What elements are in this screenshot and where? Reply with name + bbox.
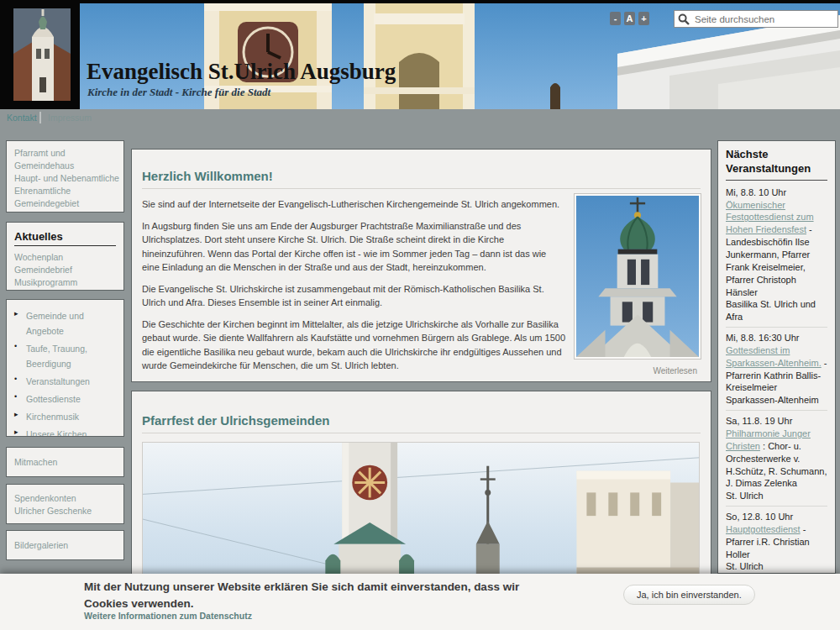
article-body: Sie sind auf der Internetseite der Evang… — [142, 197, 566, 373]
font-smaller-button[interactable]: - — [610, 12, 621, 25]
event-item: Mi, 8.8. 10 Uhr Ökumenischer Festgottesd… — [726, 182, 827, 327]
page-title: Evangelisch St.Ulrich Augsburg — [87, 59, 396, 85]
cookie-message: Mit der Nutzung unserer Website erklären… — [84, 579, 554, 612]
cookie-banner: Mit der Nutzung unserer Website erklären… — [0, 574, 840, 630]
event-description: Gottesdienst im Sparkassen-Altenheim. - … — [726, 344, 827, 394]
church-tower-photo — [574, 193, 701, 360]
sidebar-link-musikprogramm[interactable]: Musikprogramm — [14, 276, 119, 289]
menu-item: • Taufe, Trauung, Beerdigung — [14, 340, 119, 370]
event-link[interactable]: Hauptgottesdienst — [726, 524, 801, 534]
sidebar-panel-bildergalerien: Bildergalerien — [6, 530, 124, 560]
search-icon — [678, 13, 690, 25]
cookie-privacy-link[interactable]: Weitere Informationen zum Datenschutz — [84, 611, 252, 621]
sidebar-link-pfarramt[interactable]: Pfarramt und Gemeindehaus — [14, 147, 119, 172]
nav-link-impressum[interactable]: Impressum — [48, 113, 92, 123]
sidebar-link-spendenkonten[interactable]: Spendenkonten — [14, 492, 119, 505]
sidebar-link-wochenplan[interactable]: Wochenplan — [14, 251, 119, 264]
sidebar-link-bildergalerien[interactable]: Bildergalerien — [14, 539, 119, 552]
menu-item: ▸ Gemeinde und Angebote — [14, 307, 119, 338]
paragraph: Die Evangelische St. Ulrichskirche ist z… — [142, 282, 566, 310]
font-size-controls: - A + — [610, 12, 649, 25]
sidebar-panel-aktuelles: Aktuelles Wochenplan Gemeindebrief Musik… — [6, 222, 124, 291]
paragraph: Sie sind auf der Internetseite der Evang… — [142, 197, 566, 212]
event-location: St. Ulrich — [726, 560, 827, 573]
sidebar-panel-mitmachen: Mitmachen — [6, 447, 124, 477]
paragraph: In Augsburg finden Sie uns am Ende der A… — [142, 219, 566, 275]
sidebar-link-gottesdienste[interactable]: Gottesdienste — [26, 394, 81, 404]
event-description: Ökumenischer Festgottesdienst zum Hohen … — [726, 199, 827, 299]
page: Evangelisch St.Ulrich Augsburg Kirche in… — [0, 0, 840, 630]
paragraph: Die Geschichte der Kirchen beginnt im Mi… — [142, 318, 566, 373]
event-detail: - Landesbischöfin Ilse Junkermann, Pfarr… — [726, 224, 812, 297]
sidebar-link-gemeindebrief[interactable]: Gemeindebrief — [14, 264, 119, 276]
sidebar-link-veranstaltungen[interactable]: Veranstaltungen — [26, 376, 90, 386]
event-location: Basilika St. Ulrich und Afra — [726, 298, 827, 323]
sidebar-link-gemeindegebiet[interactable]: Gemeindegebiet — [14, 197, 119, 210]
menu-item: ▸ Kirchenmusik — [14, 408, 119, 423]
article-heading: Pfarrfest der Ulrichsgemeinden — [142, 391, 701, 433]
arrow-bullet-icon: ▸ — [14, 426, 18, 437]
sidebar-link-hauptamtliche[interactable]: Haupt- und Nebenamtliche — [14, 172, 119, 185]
aktuelles-heading: Aktuelles — [14, 230, 116, 246]
sidebar-link-ehrenamtliche[interactable]: Ehrenamtliche — [14, 185, 119, 197]
sidebar-link-gemeinde-angebote[interactable]: Gemeinde und Angebote — [26, 311, 84, 336]
events-panel: Nächste Veranstaltungen Mi, 8.8. 10 Uhr … — [717, 140, 836, 574]
dot-bullet-icon: • — [14, 340, 17, 353]
dot-bullet-icon: • — [14, 373, 17, 386]
event-date: So, 12.8. 10 Uhr — [726, 511, 827, 523]
sidebar-link-mitmachen[interactable]: Mitmachen — [14, 456, 119, 469]
sidebar-panel-menu: ▸ Gemeinde und Angebote • Taufe, Trauung… — [6, 299, 124, 437]
search-box — [674, 10, 838, 28]
menu-item: • Gottesdienste — [14, 391, 119, 406]
top-navigation: Kontakt Impressum — [0, 109, 840, 128]
event-item: Mi, 8.8. 16:30 Uhr Gottesdienst im Spark… — [726, 327, 827, 410]
event-date: Mi, 8.8. 16:30 Uhr — [726, 332, 827, 344]
sidebar-link-ulricher-geschenke[interactable]: Ulricher Geschenke — [14, 505, 119, 517]
font-reset-button[interactable]: A — [624, 12, 635, 25]
site-header: Evangelisch St.Ulrich Augsburg Kirche in… — [0, 0, 840, 109]
events-heading: Nächste Veranstaltungen — [726, 148, 827, 181]
page-subtitle: Kirche in der Stadt - Kirche für die Sta… — [87, 86, 270, 99]
menu-item: • Veranstaltungen — [14, 373, 119, 388]
arrow-bullet-icon: ▸ — [14, 307, 18, 320]
event-date: Sa, 11.8. 19 Uhr — [726, 415, 827, 428]
event-link[interactable]: Ökumenischer Festgottesdienst zum Hohen … — [726, 200, 814, 235]
sidebar-panel-contact: Pfarramt und Gemeindehaus Haupt- und Neb… — [6, 140, 124, 213]
read-more-link[interactable]: Weiterlesen — [653, 366, 697, 375]
search-input[interactable] — [693, 13, 834, 25]
event-description: Philharmonie Junger Christen : Chor- u. … — [726, 428, 827, 490]
sidebar-link-taufe-trauung[interactable]: Taufe, Trauung, Beerdigung — [26, 344, 87, 369]
event-item: So, 12.8. 10 Uhr Hauptgottesdienst - Pfa… — [726, 506, 827, 574]
sidebar-link-kirchenmusik[interactable]: Kirchenmusik — [26, 412, 79, 422]
event-item: Sa, 11.8. 19 Uhr Philharmonie Junger Chr… — [726, 410, 827, 506]
sidebar-link-unsere-kirchen[interactable]: Unsere Kirchen — [26, 429, 87, 437]
cookie-accept-button[interactable]: Ja, ich bin einverstanden. — [623, 585, 755, 605]
article-heading: Herzlich Willkommen! — [142, 150, 701, 189]
event-link[interactable]: Gottesdienst im Sparkassen-Altenheim. — [726, 345, 822, 368]
sidebar-panel-spenden: Spendenkonten Ulricher Geschenke — [6, 484, 124, 524]
event-date: Mi, 8.8. 10 Uhr — [726, 186, 827, 199]
event-location: St. Ulrich — [726, 490, 827, 502]
article-welcome: Herzlich Willkommen! Sie sind auf der In… — [131, 149, 711, 382]
arrow-bullet-icon: ▸ — [14, 408, 18, 421]
nav-link-kontakt[interactable]: Kontakt — [7, 113, 37, 123]
dot-bullet-icon: • — [14, 391, 17, 403]
font-larger-button[interactable]: + — [638, 12, 649, 25]
church-facade-icon — [13, 8, 71, 101]
menu-item: ▸ Unsere Kirchen — [14, 426, 119, 437]
event-description: Hauptgottesdienst - Pfarrer i.R. Christi… — [726, 523, 827, 561]
event-location: Sparkassen-Altenheim — [726, 394, 827, 407]
nav-divider — [39, 112, 41, 123]
site-logo-thumbnail — [13, 8, 71, 101]
